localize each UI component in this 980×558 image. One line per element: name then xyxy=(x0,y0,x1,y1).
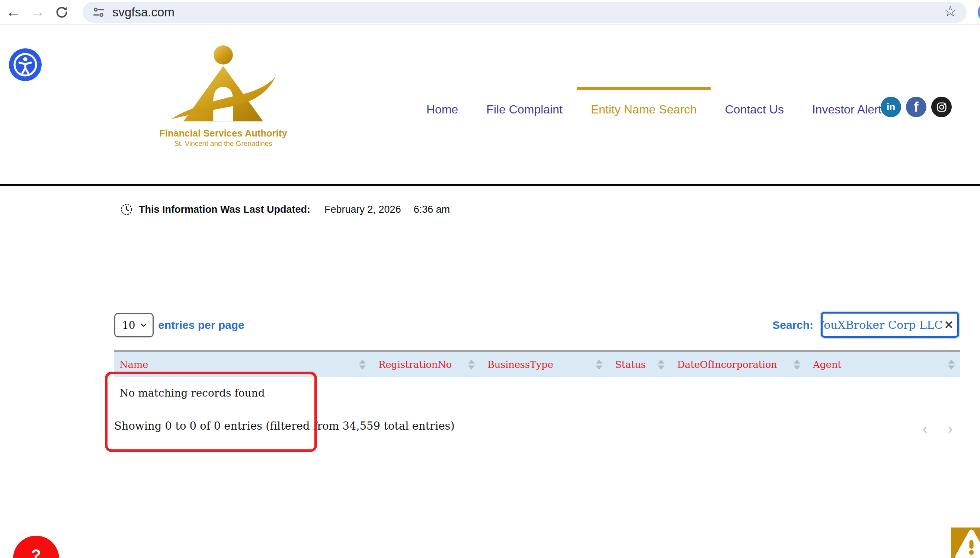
accessibility-person-icon xyxy=(11,51,39,79)
browser-toolbar: ← → svgfsa.com ☆ xyxy=(0,0,980,25)
address-bar[interactable]: svgfsa.com ☆ xyxy=(83,2,967,23)
page: ← → svgfsa.com ☆ xyxy=(0,0,980,558)
search-input[interactable]: YouXBroker Corp LLC ✕ xyxy=(821,312,959,338)
last-updated-date: February 2, 2026 xyxy=(325,204,401,215)
nav-item-file-complaint[interactable]: File Complaint xyxy=(472,87,577,125)
main-nav: Home File Complaint Entity Name Search C… xyxy=(412,87,901,125)
logo-title: Financial Services Authority xyxy=(152,128,295,139)
back-arrow-icon[interactable]: ← xyxy=(3,0,24,25)
page-size-value: 10 xyxy=(122,319,135,332)
column-label: RegistrationNo xyxy=(371,359,452,370)
last-updated-label: This Information Was Last Updated: xyxy=(139,204,310,215)
column-header-agent[interactable]: Agent xyxy=(806,352,960,377)
header-divider xyxy=(0,184,980,186)
entries-per-page-label: entries per page xyxy=(158,313,245,337)
fsa-logo[interactable]: Financial Services Authority St. Vincent… xyxy=(152,43,295,148)
sort-icon[interactable] xyxy=(948,359,955,369)
column-header-registrationno[interactable]: RegistrationNo xyxy=(371,352,480,377)
fsa-logo-art xyxy=(167,43,279,128)
sort-icon[interactable] xyxy=(359,359,366,369)
empty-table-message: No matching records found xyxy=(120,387,265,399)
warning-triangle-icon xyxy=(951,527,980,558)
bookmark-star-icon[interactable]: ☆ xyxy=(944,3,957,20)
search-label: Search: xyxy=(772,313,813,337)
red-annotation-box xyxy=(105,372,317,452)
facebook-icon[interactable]: f xyxy=(906,97,926,117)
linkedin-icon[interactable]: in xyxy=(881,97,901,117)
table-header-row: Name RegistrationNo BusinessType Status … xyxy=(114,350,960,377)
forward-arrow-icon[interactable]: → xyxy=(27,0,48,25)
url-text: svgfsa.com xyxy=(112,5,174,19)
last-updated-row: This Information Was Last Updated: Febru… xyxy=(120,201,450,218)
clock-history-icon xyxy=(120,203,133,216)
accessibility-widget-button[interactable] xyxy=(9,48,42,81)
column-header-name[interactable]: Name xyxy=(114,352,371,377)
column-label: DateOfIncorporation xyxy=(670,359,777,370)
help-button[interactable]: ? xyxy=(13,536,59,558)
pagination-next-button[interactable]: › xyxy=(942,420,959,438)
last-updated-time: 6:36 am xyxy=(414,204,450,215)
pagination-prev-button[interactable]: ‹ xyxy=(917,420,933,438)
instagram-icon[interactable] xyxy=(931,97,952,117)
social-links: in f xyxy=(881,97,952,117)
sort-icon[interactable] xyxy=(794,359,800,369)
nav-item-home[interactable]: Home xyxy=(412,87,472,125)
sort-icon[interactable] xyxy=(596,359,602,369)
column-header-status[interactable]: Status xyxy=(607,352,670,377)
warning-widget-button[interactable] xyxy=(951,527,980,558)
clear-search-icon[interactable]: ✕ xyxy=(944,318,954,332)
page-size-select[interactable]: 10 xyxy=(114,313,154,337)
column-label: Agent xyxy=(806,359,842,370)
browser-avatar[interactable] xyxy=(978,2,980,23)
nav-item-entity-name-search[interactable]: Entity Name Search xyxy=(577,87,711,125)
column-header-businesstype[interactable]: BusinessType xyxy=(480,352,607,377)
search-input-value: YouXBroker Corp LLC xyxy=(822,318,943,332)
site-settings-icon[interactable] xyxy=(92,5,106,19)
column-label: BusinessType xyxy=(480,359,553,370)
nav-item-contact-us[interactable]: Contact Us xyxy=(711,87,798,125)
sort-icon[interactable] xyxy=(468,359,475,369)
chevron-down-icon xyxy=(138,320,149,330)
column-header-dateofincorporation[interactable]: DateOfIncorporation xyxy=(670,352,806,377)
reload-icon[interactable] xyxy=(51,0,72,25)
logo-subtitle: St. Vincent and the Grenadines xyxy=(152,140,295,148)
sort-icon[interactable] xyxy=(658,359,665,369)
column-label: Status xyxy=(607,359,646,370)
column-label: Name xyxy=(114,359,148,370)
table-summary: Showing 0 to 0 of 0 entries (filtered fr… xyxy=(114,420,455,432)
